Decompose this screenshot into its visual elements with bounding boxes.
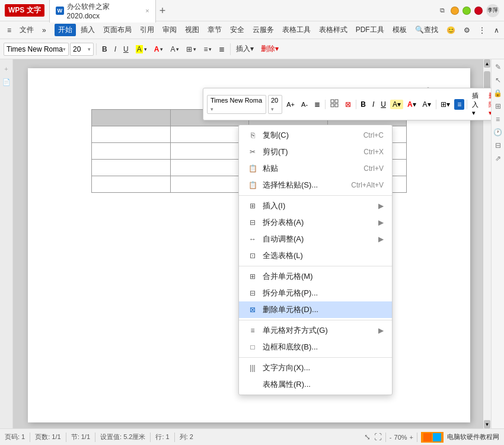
float-underline[interactable]: U (378, 100, 388, 109)
auto-adjust-icon: ↔ (247, 235, 258, 243)
user-avatar[interactable]: 李萍 (486, 4, 499, 17)
menu-home[interactable]: 开始 (55, 24, 76, 36)
ctx-split-table[interactable]: ⊟ 拆分表格(A) ▶ (239, 214, 392, 231)
format-button[interactable]: ≣ (216, 44, 228, 55)
status-fullscreen-icon[interactable]: ⛶ (374, 433, 382, 441)
tab-close-button[interactable]: × (145, 7, 149, 14)
float-font-name[interactable]: Times New Roma ▾ (207, 95, 266, 114)
ctx-delete-cells[interactable]: ⊠ 删除单元格(D)... (239, 301, 392, 318)
rt-pencil-icon[interactable]: ✎ (495, 63, 501, 71)
ctx-insert-label: 插入(I) (263, 201, 285, 211)
menu-cloud[interactable]: 云服务 (249, 24, 277, 36)
ctx-select-all[interactable]: ⊡ 全选表格(L) (239, 247, 392, 264)
float-border-btn[interactable]: ⊞▾ (438, 100, 452, 109)
menu-hamburger[interactable]: ≡ (4, 25, 15, 36)
menu-table-style[interactable]: 表格样式 (315, 24, 351, 36)
ctx-cell-align-arrow: ▶ (378, 326, 384, 335)
menu-file[interactable]: 文件 (16, 24, 37, 36)
font-name-selector[interactable]: Times New Roma ▾ (4, 43, 69, 56)
float-table-icon[interactable] (328, 98, 341, 110)
svg-rect-3 (335, 104, 338, 107)
ctx-text-direction[interactable]: ||| 文字方向(X)... (239, 360, 392, 376)
menu-more[interactable]: » (39, 25, 50, 36)
ctx-split-cells[interactable]: ⊟ 拆分单元格(P)... (239, 285, 392, 301)
font-size-selector[interactable]: 20 ▾ (70, 43, 94, 56)
font-color-button[interactable]: A ▾ (151, 44, 167, 55)
rt-lock-icon[interactable]: 🔒 (493, 89, 502, 97)
float-align-btn[interactable]: ≡ (454, 99, 464, 110)
minimize-button[interactable] (451, 7, 459, 15)
ctx-paste-special[interactable]: 📋 选择性粘贴(S)... Ctrl+Alt+V (239, 177, 392, 193)
border-button[interactable]: ⊞ ▾ (183, 44, 199, 55)
split-table-icon: ⊟ (247, 218, 258, 227)
menu-insert[interactable]: 插入 (77, 24, 98, 36)
insert-dropdown-button[interactable]: 插入▾ (233, 43, 257, 55)
zoom-in-button[interactable]: + (410, 434, 413, 441)
rt-grid-icon[interactable]: ⊞ (495, 102, 501, 110)
float-font-size[interactable]: 20 ▾ (268, 95, 282, 114)
ctx-paste[interactable]: 📋 粘贴 Ctrl+V (239, 160, 392, 177)
maximize-button[interactable] (462, 7, 471, 15)
ctx-cut[interactable]: ✂ 剪切(T) Ctrl+X (239, 144, 392, 160)
new-tab-button[interactable]: + (160, 5, 166, 16)
context-menu: ⎘ 复制(C) Ctrl+C ✂ 剪切(T) Ctrl+X 📋 粘贴 Ctrl+… (238, 125, 393, 395)
ctx-table-props[interactable]: 表格属性(R)... (239, 376, 392, 393)
menu-emoji[interactable]: 😊 (443, 25, 459, 36)
menu-chevron[interactable]: ∧ (490, 25, 503, 36)
float-size-down[interactable]: A- (299, 100, 310, 109)
ctx-border-shading[interactable]: □ 边框和底纹(B)... (239, 339, 392, 355)
menu-chapter[interactable]: 章节 (204, 24, 225, 36)
float-highlight[interactable]: A▾ (390, 100, 403, 109)
float-size-up[interactable]: A+ (284, 100, 297, 109)
float-delete-icon[interactable]: ⊠ (343, 100, 353, 109)
menu-review[interactable]: 审阅 (159, 24, 180, 36)
menu-view[interactable]: 视图 (181, 24, 203, 36)
rt-list-icon[interactable]: ≡ (496, 115, 500, 123)
float-shadow-btn[interactable]: A▾ (420, 100, 433, 109)
menu-settings[interactable]: ⚙ (460, 25, 474, 36)
float-font-dropdown: ▾ (210, 106, 213, 112)
ctx-cell-align[interactable]: ≡ 单元格对齐方式(G) ▶ (239, 322, 392, 339)
close-button[interactable] (474, 7, 483, 15)
restore-button[interactable]: ⧉ (438, 5, 447, 15)
float-bold[interactable]: B (358, 100, 368, 109)
delete-dropdown-button[interactable]: 删除▾ (258, 43, 282, 55)
ctx-insert[interactable]: ⊞ 插入(I) ▶ (239, 198, 392, 214)
highlight-button[interactable]: A ▾ (133, 44, 150, 55)
status-total-pages: 页数: 1/1 (35, 433, 60, 441)
menu-search[interactable]: 🔍查找 (412, 24, 442, 36)
menu-pdf[interactable]: PDF工具 (352, 24, 388, 36)
float-font-color[interactable]: A▾ (405, 100, 419, 109)
float-line-spacing[interactable]: ≣ (312, 100, 323, 109)
ctx-copy[interactable]: ⎘ 复制(C) Ctrl+C (239, 127, 392, 144)
status-sep-7 (417, 433, 417, 442)
ctx-auto-adjust[interactable]: ↔ 自动调整(A) ▶ (239, 231, 392, 247)
menu-layout[interactable]: 页面布局 (100, 24, 135, 36)
underline-button[interactable]: U (120, 44, 132, 55)
menu-template[interactable]: 模板 (389, 24, 410, 36)
rt-clock-icon[interactable]: 🕐 (493, 128, 502, 136)
scrollbar-up-arrow[interactable]: ▲ (484, 59, 490, 68)
zoom-out-button[interactable]: - (390, 434, 392, 441)
menu-reference[interactable]: 引用 (136, 24, 158, 36)
scrollbar-down-arrow[interactable]: ▼ (484, 420, 490, 428)
float-delete-btn[interactable]: 删除▾ (486, 91, 492, 117)
rt-share-icon[interactable]: ⇗ (495, 154, 501, 163)
rt-image-icon[interactable]: ⊟ (495, 141, 501, 150)
float-insert-btn[interactable]: 插入▾ (470, 91, 484, 117)
rt-cursor-icon[interactable]: ↖ (495, 76, 501, 84)
menu-security[interactable]: 安全 (227, 24, 248, 36)
menu-dots[interactable]: ⋮ (475, 25, 489, 36)
bold-button[interactable]: B (99, 44, 110, 55)
status-expand-icon[interactable]: ⤡ (364, 433, 371, 441)
align-button[interactable]: ≡ ▾ (200, 44, 215, 55)
document-tab[interactable]: W 办公软件之家2020.docx × (49, 0, 156, 23)
float-italic[interactable]: I (370, 100, 377, 109)
menu-table-tools[interactable]: 表格工具 (279, 24, 314, 36)
ctx-merge-cells[interactable]: ⊞ 合并单元格(M) (239, 268, 392, 285)
cut-icon: ✂ (247, 148, 258, 156)
status-col: 列: 2 (180, 433, 193, 441)
italic-button[interactable]: I (111, 44, 119, 55)
shadow-button[interactable]: A ▾ (167, 44, 182, 55)
highlight-dropdown: ▾ (144, 46, 147, 52)
